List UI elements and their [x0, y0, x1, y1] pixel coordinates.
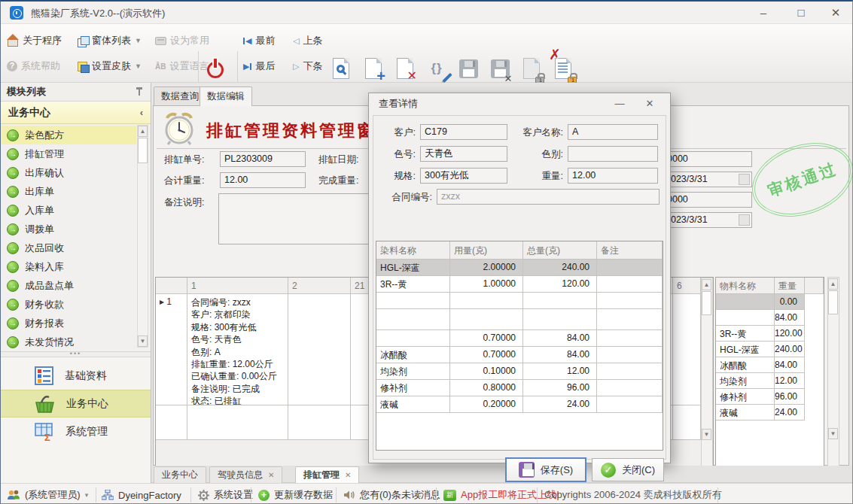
dye-row[interactable]: 冰醋酸: [376, 347, 450, 363]
sidebar-item-dye-recipe[interactable]: →染色配方: [1, 126, 136, 144]
bottab-vat-management[interactable]: 排缸管理✕: [295, 466, 359, 483]
dye-amount[interactable]: [450, 309, 523, 330]
grid-row-indicator[interactable]: ▸ 1: [156, 294, 187, 405]
company-item[interactable]: DyeingFactory: [102, 484, 181, 504]
help-button[interactable]: ? 系统帮助: [7, 57, 60, 75]
grid-cell[interactable]: [288, 294, 351, 405]
dye-total[interactable]: 12.00: [523, 363, 597, 380]
dialog-save-button[interactable]: 保存(S): [506, 458, 586, 481]
dye-row[interactable]: 修补剂: [376, 380, 450, 396]
dropdown-icon[interactable]: ▼: [739, 214, 750, 226]
dye-total[interactable]: 240.00: [523, 260, 597, 276]
material-weight[interactable]: 84.00: [775, 310, 805, 326]
bottab-business-center[interactable]: 业务中心: [154, 466, 206, 483]
color-no-input[interactable]: 天青色: [420, 146, 507, 162]
dye-row[interactable]: [376, 293, 450, 309]
tab-data-query[interactable]: 数据查询: [154, 87, 206, 105]
sidebar-splitter[interactable]: •••: [1, 351, 151, 357]
material-weight[interactable]: 12.00: [775, 373, 805, 389]
material-row[interactable]: 3R--黄: [716, 326, 775, 342]
scroll-up-icon[interactable]: ▲: [702, 279, 711, 290]
nav-business-center[interactable]: 业务中心: [1, 390, 151, 417]
material-weight[interactable]: 120.00: [775, 326, 805, 342]
dialog-minimize-icon[interactable]: —: [608, 96, 631, 113]
grid-cell[interactable]: [187, 405, 288, 440]
dye-row[interactable]: [376, 309, 450, 330]
announcement-item[interactable]: 新 App报工即将正式上线!: [443, 484, 559, 504]
dye-row[interactable]: HGL-深蓝: [376, 260, 450, 276]
dye-total[interactable]: [523, 293, 597, 309]
maximize-button[interactable]: □: [784, 2, 818, 24]
dye-total[interactable]: 96.00: [523, 380, 597, 396]
material-row[interactable]: 均染剂: [716, 373, 775, 389]
dye-total[interactable]: 84.00: [523, 347, 597, 363]
material-row[interactable]: 冰醋酸: [716, 357, 775, 373]
material-row[interactable]: [716, 310, 775, 326]
dialog-close-icon[interactable]: ✕: [638, 96, 661, 113]
system-settings-item[interactable]: 系统设置: [198, 484, 253, 504]
grid-cell[interactable]: [673, 294, 701, 405]
grid-col-4[interactable]: 6: [673, 278, 701, 294]
order-no-input[interactable]: PL2303009: [220, 151, 306, 167]
spec-input[interactable]: 300有光低: [420, 168, 507, 184]
total-weight-input[interactable]: 12.00: [220, 172, 306, 188]
dye-remark[interactable]: [597, 347, 663, 363]
about-button[interactable]: 关于程序: [7, 32, 62, 50]
color-type-input[interactable]: [568, 146, 658, 162]
sidebar-item-unshipped[interactable]: →未发货情况: [1, 332, 136, 351]
pin-icon[interactable]: [136, 87, 143, 96]
nav-basic-data[interactable]: 基础资料: [1, 362, 151, 390]
dye-remark[interactable]: [597, 293, 663, 309]
sidebar-item-stocktake[interactable]: →成品盘点单: [1, 276, 136, 295]
close-tab-icon[interactable]: ✕: [345, 471, 351, 479]
dye-row[interactable]: 液碱: [376, 396, 450, 413]
dye-col-remark[interactable]: 备注: [597, 241, 663, 260]
grid-col-2[interactable]: 2: [288, 278, 351, 294]
dye-remark[interactable]: [597, 330, 663, 347]
dye-col-amount[interactable]: 用量(克): [450, 241, 523, 260]
grid-cell-detail[interactable]: 合同编号: zxzx 客户: 京都印染 规格: 300有光低 色号: 天青色 色…: [187, 294, 288, 405]
set-skin-button[interactable]: 设置皮肤 ▼: [78, 57, 142, 75]
dye-amount[interactable]: 0.10000: [450, 363, 523, 380]
tab-data-edit[interactable]: 数据编辑: [200, 87, 252, 106]
scroll-up-icon[interactable]: ▲: [828, 278, 838, 290]
dye-total[interactable]: 84.00: [523, 330, 597, 347]
dye-remark[interactable]: [597, 363, 663, 380]
set-favorite-button[interactable]: 设为常用: [155, 32, 209, 50]
first-record-button[interactable]: ◀ 最前: [243, 32, 275, 50]
contract-input[interactable]: zxzx: [437, 189, 660, 205]
dye-remark[interactable]: [597, 396, 663, 413]
user-menu[interactable]: (系统管理员) ▾: [7, 484, 88, 504]
dye-remark[interactable]: [597, 276, 663, 293]
dialog-close-button[interactable]: ✓ 关闭(C): [592, 458, 664, 481]
dropdown-icon[interactable]: ▼: [739, 174, 750, 185]
material-weight[interactable]: 84.00: [775, 357, 805, 373]
sidebar-item-defect-recycle[interactable]: →次品回收: [1, 238, 136, 257]
dye-row[interactable]: 均染剂: [376, 363, 450, 380]
next-record-button[interactable]: ▷ 下条: [293, 57, 322, 75]
material-row[interactable]: [716, 294, 775, 310]
scroll-down-icon[interactable]: ▼: [702, 429, 711, 440]
prev-record-button[interactable]: ◁ 上条: [293, 32, 322, 50]
dye-amount[interactable]: 0.20000: [450, 396, 523, 413]
dye-amount[interactable]: 2.00000: [450, 260, 523, 276]
grid-cell[interactable]: [288, 405, 351, 440]
sidebar-item-inbound-order[interactable]: →入库单: [1, 201, 136, 220]
dye-total[interactable]: [523, 309, 597, 330]
sidebar-item-finance-report[interactable]: →财务报表: [1, 314, 136, 332]
dye-amount[interactable]: [450, 293, 523, 309]
close-tab-icon[interactable]: ✕: [268, 471, 274, 479]
material-row[interactable]: 修补剂: [716, 389, 775, 405]
collapse-icon[interactable]: ‹: [140, 102, 143, 123]
material-row[interactable]: 液碱: [716, 405, 775, 421]
grid-vertical-scrollbar[interactable]: ▲ ▼: [701, 278, 713, 482]
sidebar-item-outbound-order[interactable]: →出库单: [1, 182, 136, 201]
dye-remark[interactable]: [597, 380, 663, 396]
sidebar-item-dye-inbound[interactable]: →染料入库: [1, 257, 136, 276]
dye-total[interactable]: 24.00: [523, 396, 597, 413]
scroll-up-icon[interactable]: ▲: [138, 126, 148, 137]
dye-row[interactable]: [376, 330, 450, 347]
material-weight[interactable]: 0.00: [775, 294, 805, 310]
bottab-driver-info[interactable]: 驾驶员信息✕: [209, 466, 282, 483]
dye-col-total[interactable]: 总量(克): [523, 241, 597, 260]
